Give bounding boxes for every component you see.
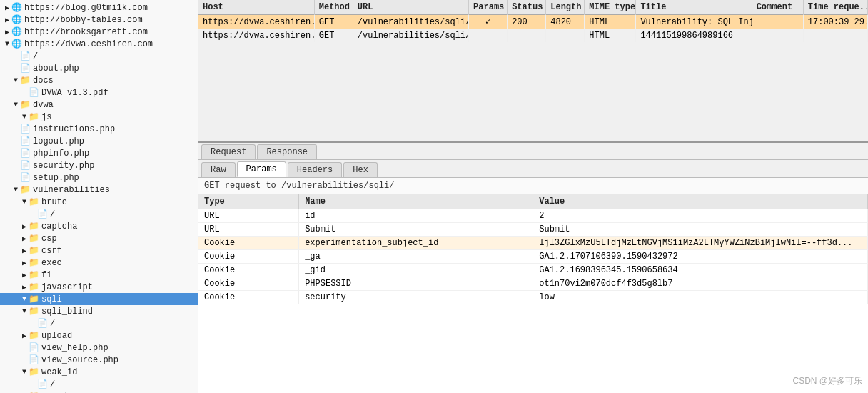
col-header-url[interactable]: URL bbox=[353, 0, 468, 15]
params-table-row[interactable]: CookiePHPSESSIDot1n70vi2m070dcf4f3d5g8lb… bbox=[198, 277, 868, 291]
table-body: https://dvwa.ceshiren...GET/vulnerabilit… bbox=[198, 15, 868, 43]
sidebar-item-vulnerabilities[interactable]: ▼📁vulnerabilities bbox=[0, 184, 198, 196]
sidebar-item-about[interactable]: 📄about.php bbox=[0, 62, 198, 74]
col-header-comment[interactable]: Comment bbox=[752, 0, 803, 15]
sidebar-item-upload[interactable]: ▶📁upload bbox=[0, 329, 198, 342]
tab-response[interactable]: Response bbox=[257, 144, 317, 159]
sidebar-item-dvwa-root[interactable]: ▼🌐https://dvwa.ceshiren.com bbox=[0, 38, 198, 50]
tab-request[interactable]: Request bbox=[201, 144, 256, 159]
sidebar-item-dvwa-slash[interactable]: 📄/ bbox=[0, 50, 198, 62]
params-cell-type: URL bbox=[198, 223, 299, 237]
sidebar-item-csp[interactable]: ▶📁csp bbox=[0, 232, 198, 244]
sidebar-item-weak-id-slash[interactable]: 📄/ bbox=[0, 378, 198, 390]
sidebar-item-blog[interactable]: ▶🌐https://blog.g0tmi1k.com bbox=[0, 1, 198, 14]
tree-label: brute bbox=[41, 197, 67, 207]
params-cell-value: Submit bbox=[533, 223, 868, 237]
arrow-icon: ▶ bbox=[20, 283, 29, 292]
sidebar-item-docs[interactable]: ▼📁docs bbox=[0, 74, 198, 86]
sidebar-item-dvwa-folder[interactable]: ▼📁dvwa bbox=[0, 99, 198, 111]
file-icon: 📄 bbox=[37, 318, 48, 329]
sidebar-item-instructions[interactable]: 📄instructions.php bbox=[0, 123, 198, 135]
params-table-row[interactable]: Cookie_gaGA1.2.1707106390.1590432972 bbox=[198, 250, 868, 264]
sidebar-item-exec[interactable]: ▶📁exec bbox=[0, 257, 198, 269]
sidebar-item-brute-slash[interactable]: 📄/ bbox=[0, 208, 198, 220]
sidebar-item-sqli-blind-slash[interactable]: 📄/ bbox=[0, 317, 198, 329]
sidebar-item-captcha[interactable]: ▶📁captcha bbox=[0, 220, 198, 232]
cell-url: /vulnerabilities/sqli/?i... bbox=[353, 15, 468, 29]
arrow-icon: ▶ bbox=[20, 247, 29, 255]
folder-icon: 📁 bbox=[29, 221, 39, 232]
arrow-icon: ▼ bbox=[20, 113, 29, 121]
sidebar-item-xss-d[interactable]: ▶📁xss_d bbox=[0, 390, 198, 393]
table-row[interactable]: https://dvwa.ceshiren...GET/vulnerabilit… bbox=[198, 15, 868, 29]
tree-label: view_source.php bbox=[41, 355, 118, 365]
folder-icon: 📁 bbox=[29, 269, 39, 280]
sidebar-item-view-source[interactable]: 📄view_source.php bbox=[0, 354, 198, 366]
sidebar-item-weak-id[interactable]: ▼📁weak_id bbox=[0, 366, 198, 378]
file-icon: 📄 bbox=[37, 379, 48, 389]
tab-headers[interactable]: Headers bbox=[288, 162, 342, 177]
file-icon: 📄 bbox=[20, 148, 31, 159]
tree-label: view_help.php bbox=[41, 343, 108, 353]
sidebar-item-brooksgarrett[interactable]: ▶🌐http://brooksgarrett.com bbox=[0, 26, 198, 38]
globe-icon: 🌐 bbox=[11, 26, 22, 37]
arrow-icon: ▶ bbox=[20, 234, 29, 243]
folder-icon: 📁 bbox=[20, 184, 31, 195]
cell-url: /vulnerabilities/sqli/ bbox=[353, 29, 468, 43]
cell-params bbox=[469, 29, 508, 43]
col-header-length[interactable]: Length bbox=[546, 0, 585, 15]
sidebar-item-bobby[interactable]: ▶🌐http://bobby-tables.com bbox=[0, 14, 198, 26]
sidebar-item-csrf[interactable]: ▶📁csrf bbox=[0, 244, 198, 257]
tab-params[interactable]: Params bbox=[237, 161, 286, 177]
sidebar-item-sqli-blind[interactable]: ▼📁sqli_blind bbox=[0, 305, 198, 317]
sidebar-item-brute[interactable]: ▼📁brute bbox=[0, 196, 198, 208]
right-panel: HostMethodURLParamsStatusLengthMIME type… bbox=[198, 0, 868, 393]
sidebar-item-view-help[interactable]: 📄view_help.php bbox=[0, 342, 198, 354]
tree-label: exec bbox=[41, 258, 62, 268]
file-tree-sidebar[interactable]: ▶🌐https://blog.g0tmi1k.com▶🌐http://bobby… bbox=[0, 0, 198, 393]
file-icon: 📄 bbox=[20, 172, 31, 183]
file-icon: 📄 bbox=[20, 160, 31, 171]
sidebar-item-security[interactable]: 📄security.php bbox=[0, 159, 198, 171]
col-header-method[interactable]: Method bbox=[314, 0, 353, 15]
sidebar-item-dvwa-pdf[interactable]: 📄DVWA_v1.3.pdf bbox=[0, 86, 198, 99]
file-icon: 📄 bbox=[29, 87, 39, 98]
arrow-icon: ▶ bbox=[20, 259, 29, 267]
sidebar-item-js[interactable]: ▼📁js bbox=[0, 111, 198, 123]
params-table-row[interactable]: Cookiesecuritylow bbox=[198, 291, 868, 304]
params-table-row[interactable]: URLid2 bbox=[198, 209, 868, 223]
tree-label: http://brooksgarrett.com bbox=[24, 27, 148, 37]
sidebar-item-fi[interactable]: ▶📁fi bbox=[0, 269, 198, 281]
tree-label: js bbox=[41, 112, 51, 122]
params-table-row[interactable]: Cookieexperimentation_subject_idljl3ZGlx… bbox=[198, 237, 868, 250]
table-row[interactable]: https://dvwa.ceshiren...GET/vulnerabilit… bbox=[198, 29, 868, 43]
params-header-row: TypeNameValue bbox=[198, 194, 868, 209]
params-table-row[interactable]: Cookie_gidGA1.2.1698396345.1590658634 bbox=[198, 264, 868, 277]
params-table-row[interactable]: URLSubmitSubmit bbox=[198, 223, 868, 237]
http-history-table-container[interactable]: HostMethodURLParamsStatusLengthMIME type… bbox=[198, 0, 868, 143]
col-header-host[interactable]: Host bbox=[198, 0, 314, 15]
tab-raw[interactable]: Raw bbox=[201, 162, 236, 177]
file-icon: 📄 bbox=[29, 354, 39, 365]
col-header-mime[interactable]: MIME type bbox=[585, 0, 636, 15]
col-header-title[interactable]: Title bbox=[636, 0, 752, 15]
params-cell-value: ot1n70vi2m070dcf4f3d5g8lb7 bbox=[533, 277, 868, 291]
col-header-time[interactable]: Time reque... bbox=[803, 0, 867, 15]
raw-params-tab-bar: Raw Params Headers Hex bbox=[198, 160, 868, 178]
cell-params: ✓ bbox=[469, 15, 508, 29]
sidebar-item-logout[interactable]: 📄logout.php bbox=[0, 135, 198, 147]
file-icon: 📄 bbox=[20, 63, 31, 74]
tree-label: setup.php bbox=[33, 173, 79, 183]
sidebar-item-setup[interactable]: 📄setup.php bbox=[0, 171, 198, 184]
col-header-status[interactable]: Status bbox=[508, 0, 546, 15]
sidebar-item-javascript[interactable]: ▶📁javascript bbox=[0, 281, 198, 293]
tab-hex[interactable]: Hex bbox=[343, 162, 378, 177]
arrow-icon: ▼ bbox=[3, 40, 11, 48]
arrow-icon: ▼ bbox=[20, 368, 29, 376]
params-cell-name: _gid bbox=[299, 264, 533, 277]
folder-icon: 📁 bbox=[29, 233, 39, 244]
sidebar-item-phpinfo[interactable]: 📄phpinfo.php bbox=[0, 147, 198, 159]
sidebar-item-sqli[interactable]: ▼📁sqli bbox=[0, 293, 198, 305]
folder-icon: 📁 bbox=[29, 257, 39, 268]
col-header-params[interactable]: Params bbox=[469, 0, 508, 15]
